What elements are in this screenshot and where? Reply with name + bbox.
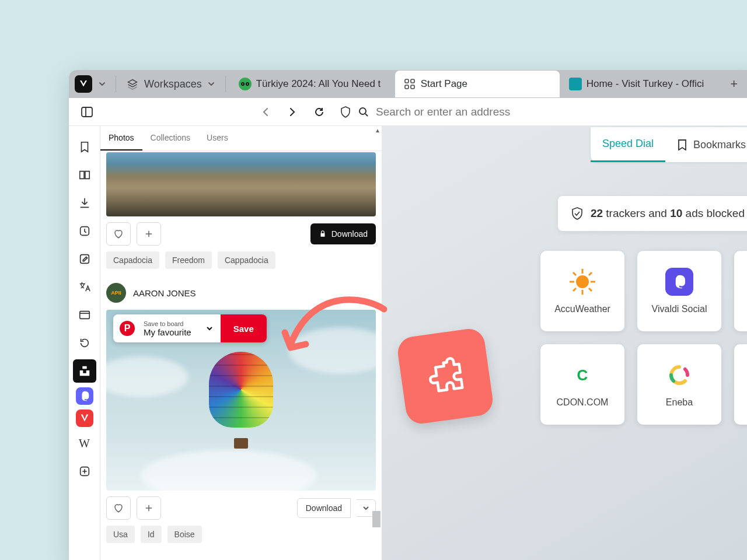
new-tab-button[interactable]: + <box>725 75 743 93</box>
tab-visit-turkey[interactable]: Home - Visit Turkey - Offici <box>561 71 724 97</box>
address-input[interactable] <box>376 106 747 118</box>
tag[interactable]: Freedom <box>165 251 212 269</box>
add-panel-icon[interactable] <box>73 460 96 483</box>
cdon-icon: C <box>568 361 596 389</box>
tab-photos[interactable]: Photos <box>100 126 142 150</box>
svg-rect-5 <box>411 79 414 83</box>
start-page-nav: Speed Dial Bookmarks <box>591 127 747 162</box>
sessions-icon[interactable] <box>73 331 96 355</box>
unsplash-panel-icon[interactable] <box>73 359 96 383</box>
svg-rect-8 <box>82 107 92 117</box>
speed-dial-tiles: AccuWeather Vivaldi Social C CDON.COM <box>540 251 747 425</box>
author-row[interactable]: APII AARON JONES <box>100 278 382 309</box>
svg-line-25 <box>589 272 592 275</box>
vivaldi-panel-icon[interactable] <box>76 410 93 427</box>
tab-bar: Workspaces Türkiye 2024: All You Need t … <box>69 70 747 98</box>
panel-toggle-button[interactable] <box>75 100 99 124</box>
bookmarks-tab[interactable]: Bookmarks <box>665 127 747 162</box>
start-page-content: Speed Dial Bookmarks 22 trackers and 10 … <box>382 126 747 560</box>
toolbar <box>69 98 747 126</box>
add-button[interactable] <box>137 222 161 246</box>
notes-icon[interactable] <box>73 247 96 271</box>
app-menu-dropdown[interactable] <box>96 78 109 90</box>
svg-rect-6 <box>405 85 409 89</box>
scrollbar-thumb[interactable] <box>372 511 381 527</box>
svg-point-17 <box>576 275 589 288</box>
translate-icon[interactable] <box>73 275 96 299</box>
browser-window: Workspaces Türkiye 2024: All You Need t … <box>69 70 747 560</box>
mastodon-panel-icon[interactable] <box>76 387 93 405</box>
download-button[interactable]: Download <box>310 223 376 244</box>
photo-thumbnail[interactable] <box>106 152 376 216</box>
tab-users[interactable]: Users <box>198 126 236 150</box>
panel-tabs: Photos Collections Users <box>100 126 382 151</box>
downloads-icon[interactable] <box>73 191 96 215</box>
tile-vivaldi-social[interactable]: Vivaldi Social <box>637 251 721 331</box>
address-bar[interactable] <box>334 106 747 118</box>
web-panel: ▲ Photos Collections Users Download Capa… <box>100 126 382 560</box>
tag[interactable]: Capadocia <box>106 251 159 269</box>
reload-button[interactable] <box>307 100 331 124</box>
tile-partial[interactable] <box>734 344 747 425</box>
tile-partial[interactable] <box>734 251 747 331</box>
like-button[interactable] <box>106 222 131 246</box>
shield-icon <box>340 106 351 118</box>
history-icon[interactable] <box>73 219 96 243</box>
divider <box>116 76 116 92</box>
search-icon <box>358 107 369 117</box>
sidebar: W <box>69 126 100 560</box>
avatar: APII <box>106 283 126 303</box>
tab-start-page[interactable]: Start Page <box>395 71 560 97</box>
tab-label: Start Page <box>421 78 467 90</box>
like-button[interactable] <box>106 496 131 520</box>
tile-accuweather[interactable]: AccuWeather <box>540 251 624 331</box>
tile-eneba[interactable]: Eneba <box>637 344 721 425</box>
speed-dial-tab[interactable]: Speed Dial <box>591 127 665 162</box>
board-name: My favourite <box>144 327 191 337</box>
tab-collections[interactable]: Collections <box>142 126 198 150</box>
scroll-up-icon[interactable]: ▲ <box>375 127 381 134</box>
forward-button[interactable] <box>280 100 305 124</box>
svg-rect-14 <box>79 312 89 319</box>
divider <box>225 76 226 92</box>
svg-line-23 <box>589 288 592 291</box>
bookmarks-icon[interactable] <box>73 135 96 159</box>
tag[interactable]: Cappadocia <box>218 251 275 269</box>
svg-point-2 <box>242 83 243 85</box>
grid-icon <box>403 78 416 90</box>
svg-point-10 <box>359 108 366 114</box>
author-name: AARON JONES <box>133 288 196 298</box>
svg-rect-7 <box>411 85 414 89</box>
tag[interactable]: Boise <box>167 526 202 543</box>
download-button[interactable]: Download <box>297 498 351 518</box>
save-to-board-label: Save to board <box>144 320 191 327</box>
photo-thumbnail[interactable]: P Save to board My favourite Save <box>106 310 376 491</box>
svg-line-24 <box>573 288 576 291</box>
svg-point-3 <box>247 83 248 85</box>
window-panel-icon[interactable] <box>73 303 96 327</box>
svg-line-22 <box>573 272 576 275</box>
shield-icon <box>571 206 584 220</box>
board-dropdown[interactable] <box>198 314 221 342</box>
pinterest-save-widget: P Save to board My favourite Save <box>113 314 267 342</box>
wikipedia-panel-icon[interactable]: W <box>73 432 96 455</box>
save-button[interactable]: Save <box>221 314 267 342</box>
tab-turkiye[interactable]: Türkiye 2024: All You Need t <box>231 71 394 97</box>
tile-cdon[interactable]: C CDON.COM <box>540 344 624 425</box>
workspaces-label: Workspaces <box>144 78 202 90</box>
back-button[interactable] <box>253 100 278 124</box>
vivaldi-logo-icon[interactable] <box>75 75 92 93</box>
reading-list-icon[interactable] <box>73 163 96 187</box>
favicon <box>569 78 582 90</box>
eneba-icon <box>665 361 693 389</box>
tag[interactable]: Usa <box>106 526 135 543</box>
workspaces-dropdown[interactable]: Workspaces <box>121 78 221 90</box>
svg-line-11 <box>365 114 368 116</box>
add-button[interactable] <box>137 496 161 520</box>
tag[interactable]: Id <box>141 526 162 543</box>
lock-icon <box>319 230 327 238</box>
tracker-blocked-banner[interactable]: 22 trackers and 10 ads blocked <box>558 196 747 231</box>
mastodon-icon <box>665 268 693 296</box>
tab-label: Home - Visit Turkey - Offici <box>587 78 704 90</box>
bookmark-icon <box>677 139 687 150</box>
